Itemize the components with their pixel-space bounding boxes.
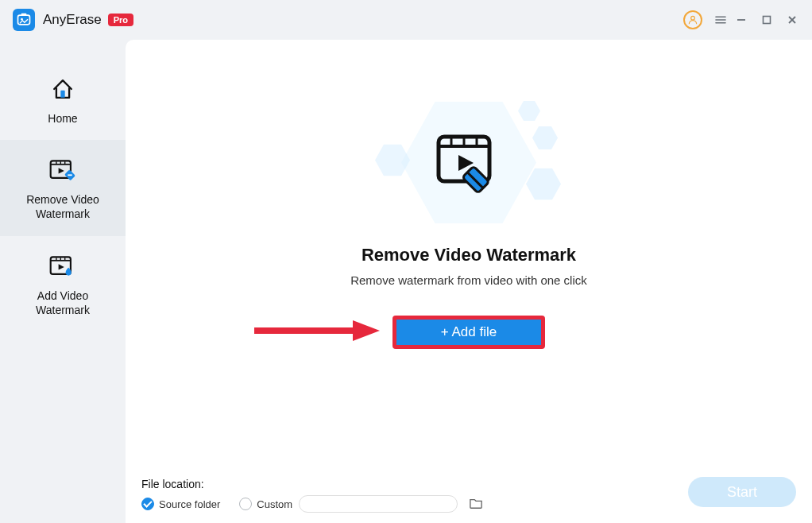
sidebar-item-home[interactable]: Home [0, 59, 126, 140]
radio-icon [239, 498, 252, 510]
video-eraser-icon [432, 130, 505, 199]
custom-path-input[interactable] [299, 495, 458, 513]
main-panel: Remove Video Watermark Remove watermark … [126, 40, 812, 523]
sidebar-item-label: Remove Video Watermark [26, 192, 99, 221]
annotation-arrow [249, 319, 381, 346]
home-icon [47, 73, 79, 105]
svg-point-3 [691, 16, 695, 20]
maximize-button[interactable] [760, 13, 774, 27]
hero-graphic [373, 95, 564, 238]
svg-rect-2 [21, 14, 27, 16]
menu-icon[interactable] [713, 13, 728, 27]
file-location-label: File location: [141, 478, 483, 490]
account-icon[interactable] [683, 10, 702, 29]
add-file-button[interactable]: + Add file [392, 316, 545, 349]
sidebar-item-label: Add Video Watermark [36, 289, 90, 317]
close-button[interactable] [785, 13, 799, 27]
start-button[interactable]: Start [688, 477, 796, 507]
app-icon [13, 9, 35, 31]
minimize-button[interactable] [734, 13, 748, 27]
bottom-bar: File location: Source folder Custom [126, 467, 812, 523]
sidebar: Home Remove Video Watermark [0, 40, 126, 523]
page-title: Remove Video Watermark [362, 245, 576, 265]
radio-custom[interactable]: Custom [239, 495, 483, 513]
sidebar-item-remove-video-watermark[interactable]: Remove Video Watermark [0, 140, 126, 235]
folder-icon[interactable] [469, 497, 483, 512]
app-title: AnyErase [43, 12, 102, 28]
remove-video-watermark-icon [47, 154, 79, 186]
svg-rect-0 [18, 15, 30, 25]
sidebar-item-add-video-watermark[interactable]: Add Video Watermark [0, 236, 126, 331]
pro-badge: Pro [108, 14, 133, 26]
check-icon [141, 498, 154, 510]
page-subtitle: Remove watermark from video with one cli… [350, 273, 587, 287]
add-video-watermark-icon [47, 250, 79, 282]
svg-rect-11 [60, 91, 64, 98]
svg-rect-8 [764, 17, 771, 24]
sidebar-item-label: Home [48, 111, 77, 126]
radio-source-folder[interactable]: Source folder [141, 498, 220, 510]
titlebar: AnyErase Pro [0, 0, 812, 40]
svg-marker-32 [353, 320, 380, 341]
